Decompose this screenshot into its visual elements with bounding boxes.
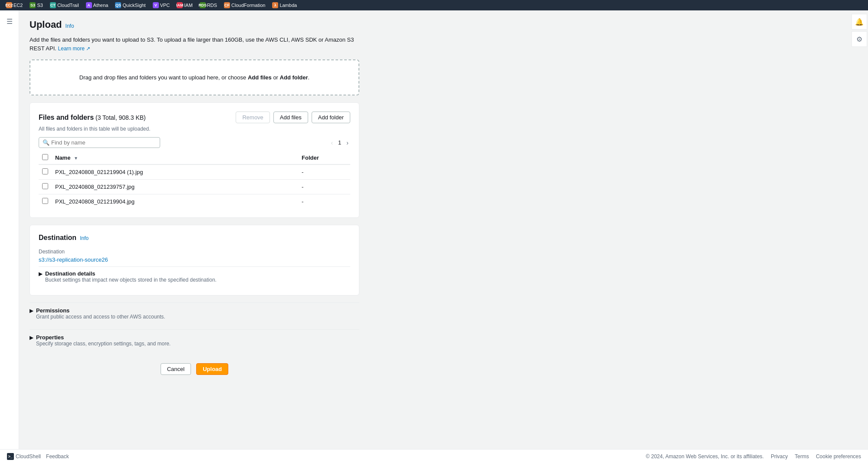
row-folder-cell: - — [298, 180, 350, 194]
add-files-button[interactable]: Add files — [273, 112, 308, 123]
footer-right: © 2024, Amazon Web Services, Inc. or its… — [646, 453, 861, 460]
nav-cloudformation[interactable]: CF CloudFormation — [221, 1, 268, 9]
nav-vpc[interactable]: V VPC — [150, 1, 173, 9]
dropzone-add-folder-bold: Add folder — [280, 74, 308, 81]
ec2-icon: EC2 — [6, 2, 12, 8]
files-table-head: Name ▼ Folder — [39, 151, 350, 164]
files-panel-actions: Remove Add files Add folder — [236, 112, 350, 123]
upload-button[interactable]: Upload — [196, 363, 228, 375]
select-all-checkbox[interactable] — [42, 154, 48, 160]
cloudtrail-icon: CT — [50, 2, 56, 8]
name-column-header[interactable]: Name ▼ — [52, 151, 298, 164]
destination-bucket-link[interactable]: s3://s3-replication-source26 — [39, 256, 108, 263]
page-description: Add the files and folders you want to up… — [30, 36, 359, 53]
s3-icon: S3 — [30, 2, 36, 8]
page-info-link[interactable]: Info — [66, 23, 74, 29]
destination-panel: Destination Info Destination s3://s3-rep… — [30, 225, 359, 296]
nav-iam[interactable]: IAM IAM — [174, 1, 195, 9]
expand-arrow-icon: ▶ — [39, 271, 43, 277]
destination-field: Destination s3://s3-replication-source26 — [39, 249, 350, 263]
nav-rds-label: RDS — [207, 3, 217, 8]
drop-zone[interactable]: Drag and drop files and folders you want… — [30, 59, 359, 95]
search-icon: 🔍 — [43, 139, 49, 146]
nav-rds[interactable]: RDS RDS — [197, 1, 220, 9]
row-checkbox[interactable] — [42, 183, 48, 189]
terms-link[interactable]: Terms — [795, 453, 809, 460]
privacy-link[interactable]: Privacy — [771, 453, 788, 460]
hamburger-icon: ☰ — [7, 17, 13, 449]
files-table: Name ▼ Folder PXL_20240808_021219904 (1)… — [39, 151, 350, 209]
cancel-button[interactable]: Cancel — [161, 363, 191, 375]
footer-left: >_ CloudShell Feedback — [7, 453, 69, 460]
dropzone-text-prefix: Drag and drop files and folders you want… — [79, 74, 248, 81]
select-all-header[interactable] — [39, 151, 52, 164]
add-folder-button[interactable]: Add folder — [312, 112, 350, 123]
properties-expand-icon: ▶ — [30, 335, 33, 341]
row-folder-cell: - — [298, 194, 350, 209]
cloudshell-btn[interactable]: >_ CloudShell — [7, 453, 41, 460]
footer: >_ CloudShell Feedback © 2024, Amazon We… — [0, 449, 868, 463]
properties-section: ▶ Properties Specify storage class, encr… — [30, 329, 359, 351]
search-row: 🔍 ‹ 1 › — [39, 137, 350, 148]
files-panel-title-area: Files and folders (3 Total, 908.3 KB) — [39, 114, 146, 121]
nav-quicksight-label: QuickSight — [122, 3, 145, 8]
nav-athena-label: Athena — [93, 3, 108, 8]
row-checkbox[interactable] — [42, 168, 48, 174]
nav-s3[interactable]: S3 S3 — [27, 1, 45, 9]
row-folder-cell: - — [298, 164, 350, 180]
destination-details-row[interactable]: ▶ Destination details Bucket settings th… — [39, 266, 350, 286]
search-input[interactable] — [51, 139, 156, 146]
nav-ec2[interactable]: EC2 EC2 — [3, 1, 25, 9]
dropzone-text-suffix: . — [308, 74, 310, 81]
row-checkbox-cell[interactable] — [39, 194, 52, 209]
action-bar: Cancel Upload — [30, 356, 359, 384]
main-content: Upload Info Add the files and folders yo… — [19, 10, 868, 449]
destination-details-content: Destination details Bucket settings that… — [45, 270, 217, 283]
nav-cloudformation-label: CloudFormation — [231, 3, 265, 8]
rds-icon: RDS — [200, 2, 206, 8]
properties-row[interactable]: ▶ Properties Specify storage class, encr… — [30, 329, 359, 351]
nav-athena[interactable]: A Athena — [83, 1, 111, 9]
learn-more-link[interactable]: Learn more ↗ — [58, 46, 91, 52]
row-checkbox-cell[interactable] — [39, 164, 52, 180]
destination-details-title: Destination details — [45, 270, 217, 277]
nav-lambda[interactable]: λ Lambda — [270, 1, 299, 9]
next-page-button[interactable]: › — [345, 138, 350, 147]
destination-title: Destination — [39, 234, 76, 242]
destination-details-desc: Bucket settings that impact new objects … — [45, 277, 217, 283]
prev-page-button[interactable]: ‹ — [329, 138, 335, 147]
pagination: ‹ 1 › — [329, 138, 350, 147]
nav-iam-label: IAM — [184, 3, 193, 8]
files-panel-meta: (3 Total, 908.3 KB) — [94, 114, 146, 121]
notification-icon-btn[interactable]: 🔔 — [852, 14, 867, 30]
files-panel: Files and folders (3 Total, 908.3 KB) Re… — [30, 102, 359, 218]
properties-desc: Specify storage class, encryption settin… — [36, 341, 171, 347]
permissions-desc: Grant public access and access to other … — [36, 314, 165, 320]
cookie-link[interactable]: Cookie preferences — [816, 453, 861, 460]
name-sort-icon: ▼ — [74, 156, 78, 161]
feedback-link[interactable]: Feedback — [46, 453, 69, 460]
permissions-expand-icon: ▶ — [30, 308, 33, 314]
table-row: PXL_20240808_021239757.jpg - — [39, 180, 350, 194]
nav-vpc-label: VPC — [160, 3, 170, 8]
search-input-wrap[interactable]: 🔍 — [39, 137, 160, 148]
files-panel-header: Files and folders (3 Total, 908.3 KB) Re… — [39, 112, 350, 123]
nav-quicksight[interactable]: QS QuickSight — [112, 1, 148, 9]
destination-info-link[interactable]: Info — [80, 235, 89, 241]
permissions-content: Permissions Grant public access and acce… — [36, 307, 165, 320]
properties-content: Properties Specify storage class, encryp… — [36, 334, 171, 347]
permissions-row[interactable]: ▶ Permissions Grant public access and ac… — [30, 302, 359, 324]
cloudshell-icon: >_ — [7, 453, 14, 460]
sidebar-toggle[interactable]: ☰ — [0, 10, 19, 449]
row-name-cell: PXL_20240808_021219904 (1).jpg — [52, 164, 298, 180]
athena-icon: A — [86, 2, 92, 8]
row-checkbox[interactable] — [42, 198, 48, 204]
table-row: PXL_20240808_021219904 (1).jpg - — [39, 164, 350, 180]
remove-button[interactable]: Remove — [236, 112, 270, 123]
row-checkbox-cell[interactable] — [39, 180, 52, 194]
settings-icon-btn[interactable]: ⚙ — [852, 31, 867, 47]
dropzone-text-middle: or — [272, 74, 280, 81]
nav-cloudtrail[interactable]: CT CloudTrail — [47, 1, 82, 9]
nav-s3-label: S3 — [37, 3, 43, 8]
row-name-cell: PXL_20240808_021239757.jpg — [52, 180, 298, 194]
